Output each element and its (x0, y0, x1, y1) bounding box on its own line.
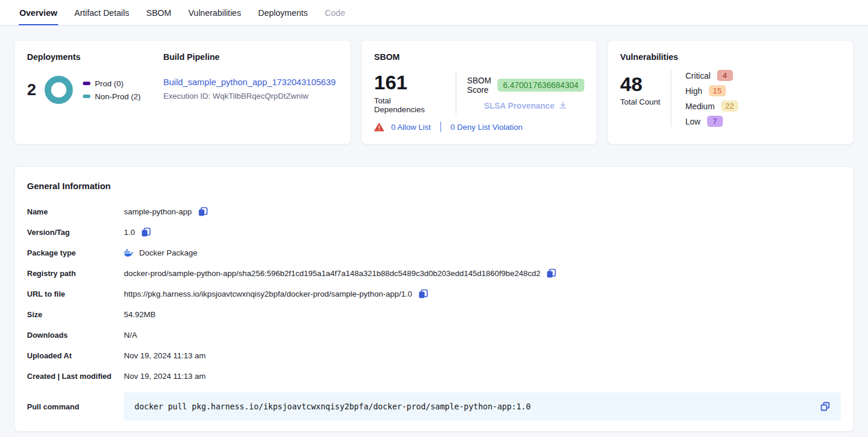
legend-item-prod: Prod (0) (83, 79, 141, 88)
docker-icon (124, 249, 134, 257)
severity-row-low: Low 7 (685, 116, 738, 127)
nonprod-legend-label: Non-Prod (2) (95, 92, 141, 101)
row-name: Name sample-python-app (27, 201, 841, 222)
severity-count-critical: 4 (717, 70, 733, 81)
pull-command-text: docker pull pkg.harness.io/ikpsjoavtcwxn… (134, 402, 531, 411)
severity-row-medium: Medium 22 (685, 100, 738, 112)
deny-list-link[interactable]: 0 Deny List Violation (450, 123, 523, 132)
package-type-value: Docker Package (139, 248, 197, 257)
legend-item-nonprod: Non-Prod (2) (83, 92, 141, 101)
sbom-body: 161 Total Dependencies SBOM Score 6.4700… (374, 70, 584, 116)
copy-icon[interactable] (546, 268, 557, 279)
url-to-file-value: https://pkg.harness.io/ikpsjoavtcwxnqisy… (124, 290, 412, 298)
pull-command-box: docker pull pkg.harness.io/ikpsjoavtcwxn… (124, 392, 841, 421)
deployments-donut-chart (45, 76, 73, 104)
copy-icon[interactable] (197, 206, 208, 217)
vulnerabilities-card: Vulnerabilities 48 Total Count Critical … (607, 40, 854, 144)
deployments-card: Deployments 2 Prod (0) Non-Prod (2) (14, 40, 351, 144)
download-icon (559, 101, 567, 110)
overview-content: Deployments 2 Prod (0) Non-Prod (2) (0, 26, 868, 432)
general-information-card: General Information Name sample-python-a… (14, 166, 854, 432)
created-modified-label: Created | Last modified (27, 372, 124, 381)
summary-cards-row: Deployments 2 Prod (0) Non-Prod (2) (14, 40, 854, 144)
deployments-total-count: 2 (27, 80, 36, 99)
registry-path-value: docker-prod/sample-python-app/sha256:596… (124, 269, 540, 278)
sbom-policy-links: 0 Allow List 0 Deny List Violation (374, 122, 584, 132)
sbom-divider (456, 71, 456, 115)
name-value: sample-python-app (124, 207, 192, 216)
prod-legend-label: Prod (0) (95, 79, 124, 88)
prod-legend-marker (83, 82, 90, 85)
created-modified-value: Nov 19, 2024 11:13 am (124, 372, 206, 381)
general-information-title: General Information (27, 181, 841, 191)
sbom-score-section: SBOM Score 6.470017636684304 SLSA Proven… (467, 76, 584, 110)
uploaded-at-value: Nov 19, 2024 11:13 am (124, 351, 206, 360)
vulnerabilities-body: 48 Total Count Critical 4 High 15 Medium… (620, 70, 841, 127)
sbom-total-dependencies-label: Total Dependencies (374, 96, 443, 114)
severity-label-medium: Medium (685, 102, 715, 111)
tab-vulnerabilities[interactable]: Vulnerabilities (188, 1, 242, 25)
severity-row-high: High 15 (685, 85, 738, 96)
row-downloads: Downloads N/A (27, 325, 841, 345)
sbom-score-label: SBOM Score (467, 76, 491, 95)
sbom-title: SBOM (374, 52, 584, 62)
severity-count-medium: 22 (721, 100, 738, 112)
row-url-to-file: URL to file https://pkg.harness.io/ikpsj… (27, 284, 841, 304)
tab-overview[interactable]: Overview (19, 1, 58, 25)
severity-count-high: 15 (709, 85, 726, 96)
allow-list-link[interactable]: 0 Allow List (391, 123, 431, 132)
row-version-tag: Version/Tag 1.0 (27, 222, 841, 243)
vulnerabilities-totals: 48 Total Count (620, 70, 671, 127)
slsa-provenance-label: SLSA Provenance (484, 101, 554, 110)
tab-artifact-details[interactable]: Artifact Details (74, 1, 130, 25)
sbom-score-badge: 6.470017636684304 (497, 79, 584, 92)
downloads-value: N/A (124, 331, 137, 339)
uploaded-at-label: Uploaded At (27, 351, 124, 360)
deployments-title: Deployments (27, 52, 163, 62)
row-package-type: Package type Docker Package (27, 243, 841, 263)
tab-code: Code (324, 1, 346, 25)
sbom-card: SBOM 161 Total Dependencies SBOM Score 6… (361, 40, 597, 144)
artifact-tabbar: Overview Artifact Details SBOM Vulnerabi… (0, 0, 868, 26)
row-size: Size 54.92MB (27, 304, 841, 325)
severity-label-low: Low (685, 117, 701, 126)
nonprod-legend-marker (83, 95, 90, 98)
registry-path-label: Registry path (27, 269, 124, 278)
slsa-provenance-button[interactable]: SLSA Provenance (484, 101, 567, 110)
copy-outline-icon[interactable] (820, 401, 830, 412)
vulnerabilities-total-count: 48 (620, 73, 671, 95)
sbom-totals: 161 Total Dependencies (374, 72, 443, 113)
tab-sbom[interactable]: SBOM (146, 1, 172, 25)
size-label: Size (27, 310, 124, 319)
name-label: Name (27, 207, 124, 216)
links-separator (440, 122, 442, 132)
downloads-label: Downloads (27, 331, 124, 339)
severity-row-critical: Critical 4 (685, 70, 738, 81)
vulnerabilities-title: Vulnerabilities (620, 52, 841, 62)
deployments-body: 2 Prod (0) Non-Prod (2) (27, 76, 163, 104)
copy-icon[interactable] (418, 288, 429, 300)
sbom-total-dependencies-count: 161 (374, 72, 443, 93)
sbom-score-row: SBOM Score 6.470017636684304 (467, 76, 584, 95)
severity-label-critical: Critical (685, 71, 711, 80)
package-type-label: Package type (27, 248, 124, 257)
warning-icon (374, 123, 384, 132)
deployments-section: Deployments 2 Prod (0) Non-Prod (2) (27, 52, 163, 132)
version-tag-value: 1.0 (124, 228, 135, 237)
build-pipeline-link[interactable]: Build_sample_python_app_1732043105639 (163, 77, 336, 87)
version-tag-label: Version/Tag (27, 228, 124, 237)
pull-command-label: Pull command (27, 402, 124, 411)
build-pipeline-section: Build Pipeline Build_sample_python_app_1… (163, 52, 338, 132)
row-created-modified: Created | Last modified Nov 19, 2024 11:… (27, 366, 841, 386)
severity-label-high: High (685, 86, 702, 96)
tab-deployments[interactable]: Deployments (257, 1, 308, 25)
deployments-legend: Prod (0) Non-Prod (2) (83, 79, 141, 101)
severity-count-low: 7 (707, 116, 723, 127)
vulnerabilities-total-label: Total Count (620, 98, 671, 106)
row-registry-path: Registry path docker-prod/sample-python-… (27, 263, 841, 284)
row-pull-command: Pull command docker pull pkg.harness.io/… (27, 392, 841, 421)
copy-icon[interactable] (140, 227, 152, 238)
severity-list: Critical 4 High 15 Medium 22 Low 7 (671, 70, 738, 127)
execution-id-text: Execution ID: WqkTilbBRqecQrpDtZwniw (163, 92, 338, 100)
url-to-file-label: URL to file (27, 290, 124, 298)
